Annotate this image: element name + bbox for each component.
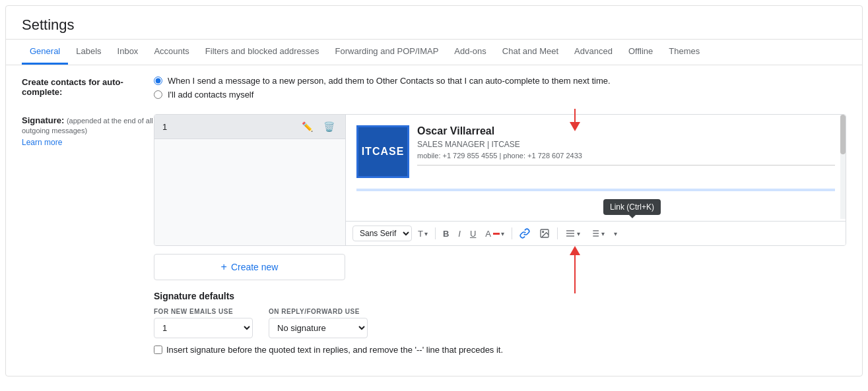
tab-accounts[interactable]: Accounts [146, 40, 197, 65]
sig-actions: ✏️ 🗑️ [299, 120, 337, 133]
sig-delete-button[interactable]: 🗑️ [321, 120, 337, 133]
arrow-down-indicator [570, 109, 580, 131]
arrow-up-indicator [570, 246, 580, 293]
tab-advanced[interactable]: Advanced [566, 40, 620, 65]
sig-logo: ITCASE [356, 125, 409, 178]
more-options-button[interactable]: ▾ [611, 228, 620, 239]
settings-page: Settings General Labels Inbox Accounts F… [5, 5, 863, 376]
create-new-button[interactable]: + Create new [154, 254, 345, 280]
sig-editor: ITCASE Oscar Villarreal SALES MANAGER | … [346, 115, 846, 245]
signature-defaults-section: Signature defaults FOR NEW EMAILS USE 1 … [154, 291, 846, 355]
list-button[interactable]: ▾ [586, 226, 608, 241]
svg-point-1 [543, 231, 544, 233]
reply-label: ON REPLY/FORWARD USE [269, 308, 368, 315]
tab-themes[interactable]: Themes [661, 40, 708, 65]
sig-editor-content[interactable]: ITCASE Oscar Villarreal SALES MANAGER | … [346, 115, 846, 221]
sig-defaults-title: Signature defaults [154, 291, 846, 301]
link-tooltip: Link (Ctrl+K) [603, 199, 661, 215]
learn-more-link[interactable]: Learn more [22, 138, 154, 147]
new-emails-select[interactable]: 1 [154, 318, 253, 338]
sig-scrollbar-thumb [840, 115, 846, 154]
tab-labels[interactable]: Labels [68, 40, 109, 65]
settings-content: Create contacts for auto-complete: When … [6, 65, 862, 376]
signature-label: Signature: (appended at the end of all o… [22, 114, 154, 147]
underline-button[interactable]: U [467, 227, 479, 241]
sig-toolbar: Sans Serif T ▾ B I U [346, 221, 846, 245]
tab-offline[interactable]: Offline [620, 40, 661, 65]
sig-edit-button[interactable]: ✏️ [299, 120, 316, 133]
sig-insert-option: Insert signature before the quoted text … [154, 345, 846, 355]
align-button[interactable]: ▾ [562, 226, 584, 241]
reply-col: ON REPLY/FORWARD USE No signature [269, 308, 368, 338]
signature-editor-panel: 1 ✏️ 🗑️ [154, 114, 846, 246]
signature-control: 1 ✏️ 🗑️ [154, 114, 846, 355]
signature-card: ITCASE Oscar Villarreal SALES MANAGER | … [356, 123, 835, 183]
contacts-radio-auto[interactable] [154, 76, 162, 85]
settings-nav: General Labels Inbox Accounts Filters an… [6, 40, 862, 65]
sig-defaults-grid: FOR NEW EMAILS USE 1 ON REPLY/FORWARD US… [154, 308, 846, 338]
bold-button[interactable]: B [440, 227, 452, 241]
tab-general[interactable]: General [22, 40, 68, 65]
new-emails-col: FOR NEW EMAILS USE 1 [154, 308, 253, 338]
text-color-button[interactable]: A▾ [482, 227, 508, 241]
new-emails-label: FOR NEW EMAILS USE [154, 308, 253, 315]
toolbar-sep-1 [435, 227, 436, 239]
tab-forwarding[interactable]: Forwarding and POP/IMAP [327, 40, 447, 65]
sig-editor-wrapper: ITCASE Oscar Villarreal SALES MANAGER | … [346, 115, 846, 245]
sig-insert-checkbox[interactable] [154, 346, 162, 354]
sig-list-item[interactable]: 1 ✏️ 🗑️ [154, 115, 345, 139]
tab-inbox[interactable]: Inbox [110, 40, 147, 65]
tab-chatmeet[interactable]: Chat and Meet [494, 40, 566, 65]
contacts-option2: I'll add contacts myself [154, 90, 846, 100]
font-size-button[interactable]: T ▾ [415, 227, 431, 241]
contacts-radio-manual[interactable] [154, 90, 162, 99]
image-button[interactable] [536, 226, 553, 241]
contacts-control: When I send a message to a new person, a… [154, 76, 846, 104]
page-title: Settings [6, 6, 862, 40]
sig-info: Oscar Villarreal SALES MANAGER | ITCASE … [417, 125, 835, 165]
tab-filters[interactable]: Filters and blocked addresses [197, 40, 327, 65]
signature-list: 1 ✏️ 🗑️ [154, 115, 346, 245]
toolbar-sep-2 [512, 227, 512, 239]
italic-button[interactable]: I [455, 227, 464, 241]
reply-select[interactable]: No signature [269, 318, 368, 338]
contacts-autocomplete-row: Create contacts for auto-complete: When … [22, 76, 846, 104]
toolbar-sep-3 [557, 227, 558, 239]
tab-addons[interactable]: Add-ons [446, 40, 494, 65]
link-button[interactable] [516, 226, 533, 241]
contacts-option1: When I send a message to a new person, a… [154, 76, 846, 86]
sig-selected-highlight [356, 189, 835, 191]
sig-scrollbar[interactable] [840, 115, 846, 219]
font-family-select[interactable]: Sans Serif [352, 226, 412, 241]
contacts-label: Create contacts for auto-complete: [22, 76, 154, 97]
signature-row: Signature: (appended at the end of all o… [22, 114, 846, 355]
